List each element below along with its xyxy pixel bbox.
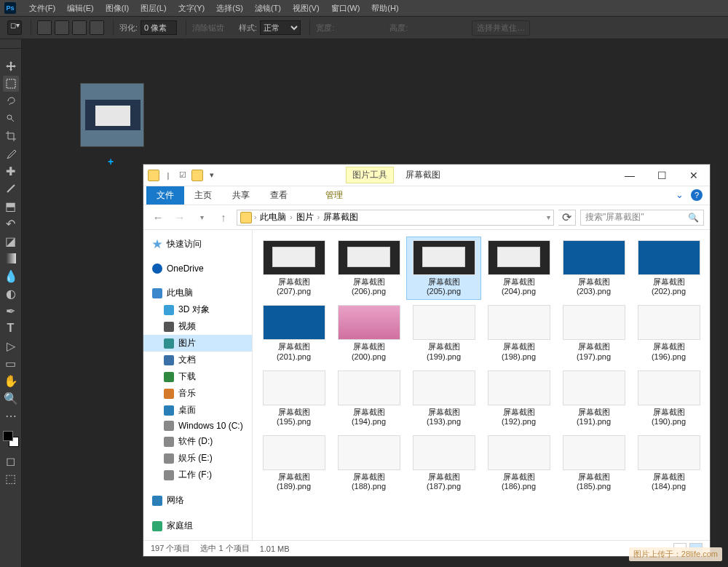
- file-item[interactable]: 屏幕截图(184).png: [632, 432, 705, 494]
- maximize-button[interactable]: ☐: [646, 164, 678, 186]
- qat-dropdown-icon[interactable]: ▾: [206, 170, 218, 181]
- healing-brush-tool[interactable]: ✚: [3, 163, 19, 179]
- shape-tool[interactable]: ▭: [3, 355, 19, 371]
- eraser-tool[interactable]: ◪: [3, 233, 19, 249]
- file-item[interactable]: 屏幕截图(201).png: [257, 302, 331, 364]
- clone-stamp-tool[interactable]: ⬒: [3, 198, 19, 214]
- file-item[interactable]: 屏幕截图(192).png: [482, 368, 555, 429]
- zoom-tool[interactable]: 🔍: [3, 390, 19, 406]
- file-item[interactable]: 屏幕截图(202).png: [632, 237, 705, 299]
- select-mask-button[interactable]: 选择并遮住…: [472, 20, 530, 36]
- file-item[interactable]: 屏幕截图(194).png: [332, 368, 405, 429]
- history-brush-tool[interactable]: ↶: [3, 215, 19, 231]
- file-item[interactable]: 屏幕截图(207).png: [257, 237, 331, 299]
- nav-up-button[interactable]: ↑: [215, 209, 232, 226]
- options-add-selection[interactable]: [55, 20, 69, 35]
- file-item[interactable]: 屏幕截图(187).png: [407, 432, 480, 494]
- minimize-button[interactable]: —: [614, 164, 646, 186]
- screen-mode[interactable]: ⬚: [3, 470, 19, 486]
- ribbon-tab-manage[interactable]: 管理: [315, 186, 353, 205]
- blur-tool[interactable]: 💧: [3, 268, 19, 284]
- nav-item[interactable]: 下载: [143, 368, 252, 385]
- ribbon-tab-view[interactable]: 查看: [260, 186, 298, 205]
- app-logo[interactable]: Ps: [4, 2, 16, 14]
- crumb-thispc[interactable]: 此电脑: [258, 211, 288, 223]
- explorer-titlebar[interactable]: | ☑ ▾ 图片工具 屏幕截图 — ☐ ✕: [143, 164, 710, 186]
- file-item[interactable]: 屏幕截图(198).png: [482, 302, 555, 364]
- edit-toolbar[interactable]: ⋯: [3, 408, 19, 424]
- crumb-screenshots[interactable]: 屏幕截图: [322, 211, 360, 223]
- options-new-selection[interactable]: [37, 20, 52, 35]
- style-select[interactable]: 正常: [260, 20, 301, 35]
- nav-homegroup[interactable]: 家庭组: [143, 518, 252, 534]
- file-item[interactable]: 屏幕截图(193).png: [407, 368, 480, 429]
- qat-newfolder-icon[interactable]: [191, 170, 203, 181]
- options-tool-preset[interactable]: ◻▾: [7, 20, 22, 35]
- crumb-pictures[interactable]: 图片: [295, 211, 315, 223]
- ribbon-tab-file[interactable]: 文件: [146, 186, 184, 205]
- feather-input[interactable]: [141, 20, 177, 35]
- nav-this-pc[interactable]: 此电脑: [143, 285, 252, 301]
- file-item[interactable]: 屏幕截图(197).png: [557, 302, 630, 364]
- nav-recent-button[interactable]: ▾: [193, 209, 210, 226]
- search-box[interactable]: 搜索"屏幕截图" 🔍: [580, 210, 704, 226]
- qat-properties-icon[interactable]: ☑: [177, 170, 189, 181]
- hand-tool[interactable]: ✋: [3, 373, 19, 389]
- crop-tool[interactable]: [3, 128, 19, 144]
- refresh-button[interactable]: ⟳: [558, 210, 576, 226]
- menu-item[interactable]: 窗口(W): [325, 1, 366, 16]
- crumb-sep-icon[interactable]: ›: [290, 213, 292, 221]
- folder-icon[interactable]: [148, 170, 159, 181]
- eyedropper-tool[interactable]: [3, 146, 19, 162]
- address-dropdown-icon[interactable]: ▾: [547, 213, 550, 221]
- context-tab[interactable]: 图片工具: [346, 167, 394, 183]
- close-button[interactable]: ✕: [678, 164, 710, 186]
- nav-item[interactable]: 工作 (F:): [143, 467, 252, 483]
- file-item[interactable]: 屏幕截图(196).png: [632, 302, 705, 364]
- menu-item[interactable]: 视图(V): [287, 1, 325, 16]
- menu-item[interactable]: 图像(I): [100, 1, 135, 16]
- help-icon[interactable]: ?: [691, 189, 703, 201]
- gradient-tool[interactable]: [3, 250, 19, 266]
- nav-network[interactable]: 网络: [143, 492, 252, 509]
- menu-item[interactable]: 编辑(E): [61, 1, 100, 16]
- nav-item[interactable]: Windows 10 (C:): [143, 419, 252, 433]
- options-sub-selection[interactable]: [72, 20, 87, 35]
- file-item[interactable]: 屏幕截图(190).png: [632, 368, 705, 429]
- nav-onedrive[interactable]: OneDrive: [143, 261, 252, 276]
- menu-item[interactable]: 文字(Y): [173, 1, 211, 16]
- file-item[interactable]: 屏幕截图(186).png: [482, 432, 555, 494]
- nav-item[interactable]: 3D 对象: [143, 301, 252, 318]
- pen-tool[interactable]: ✒: [3, 303, 19, 319]
- nav-item[interactable]: 软件 (D:): [143, 433, 252, 450]
- nav-item[interactable]: 娱乐 (E:): [143, 450, 252, 467]
- quick-mask[interactable]: ◻: [3, 453, 19, 469]
- file-item[interactable]: 屏幕截图(203).png: [557, 237, 630, 299]
- color-swatches[interactable]: [3, 431, 19, 447]
- address-field[interactable]: › 此电脑 › 图片 › 屏幕截图 ▾: [237, 210, 554, 226]
- nav-quick-access[interactable]: 快速访问: [143, 236, 252, 253]
- ribbon-tab-share[interactable]: 共享: [222, 186, 260, 205]
- menu-item[interactable]: 文件(F): [23, 1, 61, 16]
- nav-item[interactable]: 桌面: [143, 402, 252, 419]
- ribbon-expand-icon[interactable]: ⌄: [676, 189, 684, 201]
- search-icon[interactable]: 🔍: [688, 213, 699, 223]
- nav-item[interactable]: 图片: [143, 335, 252, 352]
- file-item[interactable]: 屏幕截图(191).png: [557, 368, 630, 429]
- nav-item[interactable]: 文档: [143, 352, 252, 368]
- menu-item[interactable]: 帮助(H): [365, 1, 404, 16]
- nav-forward-button[interactable]: →: [171, 209, 189, 226]
- nav-item[interactable]: 音乐: [143, 385, 252, 402]
- crumb-sep-icon[interactable]: ›: [317, 213, 320, 221]
- lasso-tool[interactable]: [3, 93, 19, 109]
- file-item[interactable]: 屏幕截图(188).png: [332, 432, 405, 494]
- file-item[interactable]: 屏幕截图(199).png: [407, 302, 480, 364]
- menu-item[interactable]: 选择(S): [210, 1, 249, 16]
- options-intersect-selection[interactable]: [90, 20, 104, 35]
- file-item[interactable]: 屏幕截图(206).png: [332, 237, 405, 299]
- file-item[interactable]: 屏幕截图(185).png: [557, 432, 630, 494]
- move-tool[interactable]: [3, 58, 19, 74]
- nav-back-button[interactable]: ←: [149, 209, 167, 226]
- file-item[interactable]: 屏幕截图(195).png: [257, 368, 331, 429]
- file-list[interactable]: 屏幕截图(207).png屏幕截图(206).png屏幕截图(205).png屏…: [253, 230, 710, 540]
